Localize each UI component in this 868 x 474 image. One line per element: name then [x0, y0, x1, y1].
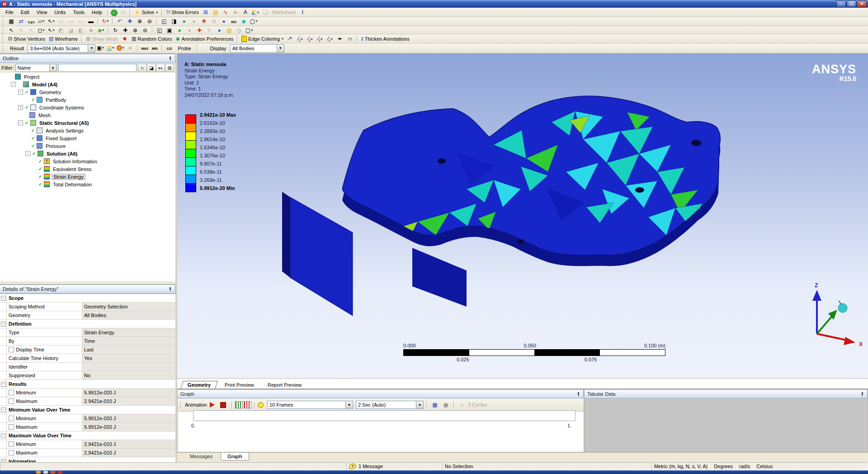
tree-expander[interactable]: − [11, 82, 16, 87]
info-icon[interactable]: i [298, 8, 307, 17]
lasso-select-dropdown-arrow[interactable]: ▾ [53, 28, 55, 32]
smooth-contour-dropdown-arrow[interactable]: ▾ [123, 46, 124, 50]
wireframe-button[interactable]: ▧ Wireframe [47, 36, 80, 42]
close-button[interactable]: ✕ [857, 0, 867, 7]
tree-expander[interactable]: − [25, 151, 30, 156]
toolbar-grip[interactable] [180, 402, 182, 408]
manage-views-icon[interactable]: ● [215, 26, 224, 34]
chart-icon[interactable]: ∿ [221, 8, 230, 17]
zoom-out-icon[interactable]: ⊖ [145, 17, 154, 25]
select-mode-dropdown[interactable]: ↖▾ [47, 17, 56, 25]
tree-item-analysis-settings[interactable]: ✓Analysis Settings [0, 127, 175, 134]
duration-dropdown[interactable]: 2 Sec (Auto)▼ [356, 401, 424, 409]
contour-bands-dropdown-arrow[interactable]: ▾ [112, 46, 114, 50]
viewport-layout-dropdown-arrow[interactable]: ▾ [255, 19, 257, 23]
pin-icon[interactable] [860, 392, 864, 396]
isometric-view-icon[interactable]: ✚ [195, 26, 204, 34]
refresh-tree-icon[interactable]: ↻ [138, 64, 147, 72]
show-vertices-button[interactable]: ⊡ Show Vertices [6, 36, 47, 42]
taskbar-icon[interactable] [36, 471, 41, 474]
tab-graph[interactable]: Graph [221, 453, 249, 460]
xyz-coords-icon[interactable]: x,y,z [27, 18, 36, 26]
triad-arrows-icon[interactable]: ✚ [199, 17, 208, 25]
named-selection-dropdown[interactable]: ▱▾ [37, 17, 46, 25]
show-errors-button[interactable]: ?/ Show Errors [164, 9, 201, 15]
taskbar-icon[interactable] [51, 471, 55, 474]
details-value[interactable]: 2.9421e-010 J [82, 397, 175, 405]
edge-direction-dropdown[interactable]: ∕▾ [286, 34, 295, 43]
diamond-icon[interactable]: ◆ [239, 17, 248, 25]
toolbar-grip[interactable] [2, 36, 5, 42]
minimize-button[interactable]: ─ [836, 0, 846, 7]
tree-item-partbody[interactable]: ✓PartBody [0, 96, 175, 104]
taskbar-icon[interactable] [43, 471, 48, 474]
dropdown-arrow[interactable]: ▼ [277, 45, 284, 52]
split-screen-dropdown-arrow[interactable]: ▾ [251, 28, 253, 32]
tag-icon[interactable]: ▤ [211, 8, 220, 17]
details-group-expander[interactable]: − [1, 433, 6, 438]
tree-item-mesh[interactable]: Mesh [0, 111, 175, 119]
display-bodies-dropdown[interactable]: All Bodies▼ [230, 44, 284, 52]
probe-icon[interactable]: 123 [165, 44, 174, 53]
details-value[interactable] [82, 363, 175, 371]
annotation-preferences-button[interactable]: ◉ Annotation Preferences [174, 36, 236, 42]
edge-style-x-dropdown[interactable]: ∕x▾ [326, 35, 335, 43]
tab-print-preview[interactable]: Print Preview [218, 381, 261, 389]
magnifier-green-icon[interactable]: ● [179, 17, 189, 25]
details-value[interactable]: 5.9912e-020 J [82, 423, 175, 431]
tags-window-icon[interactable]: ▤ [225, 26, 234, 34]
split-screen-dropdown[interactable]: ▢▾ [245, 26, 254, 34]
min-annotation-icon[interactable]: MIN [150, 44, 159, 53]
legend-dropdown-arrow[interactable]: ▾ [257, 10, 259, 14]
edge-direction-dropdown-arrow[interactable]: ▾ [290, 36, 292, 40]
details-value[interactable]: All Bodies [82, 311, 175, 319]
edge-style-3-dropdown[interactable]: ∕3▾ [316, 35, 325, 43]
toolbar-grip[interactable] [2, 19, 5, 24]
tree-item-pressure[interactable]: ✓Pressure [0, 142, 175, 150]
tab-geometry[interactable]: Geometry [180, 381, 218, 389]
flowchart-icon[interactable]: ⊷ [156, 64, 165, 72]
scale-handles-icon[interactable]: |+| [345, 34, 354, 43]
nav-history-icon[interactable]: ⇄ [17, 17, 26, 25]
generate-dropdown[interactable]: ↻▾ [101, 17, 110, 25]
update-contours-icon[interactable] [258, 402, 264, 408]
status-message-cell[interactable]: 0 1 Message [346, 462, 442, 470]
extend-selection-dropdown[interactable]: ◈▾ [96, 26, 105, 34]
menu-edit[interactable]: Edit [17, 9, 33, 15]
timeline-bar[interactable] [193, 410, 576, 421]
text-annotation-icon[interactable]: A [241, 8, 250, 17]
play-button[interactable] [210, 402, 215, 408]
toolbar-grip[interactable] [2, 27, 5, 33]
select-pointer-icon[interactable]: ↖ [7, 26, 16, 34]
collapse-tree-icon[interactable]: ◪ [147, 64, 156, 72]
lasso-select-dropdown[interactable]: ↖▾ [47, 26, 56, 34]
details-value[interactable]: 5.9912e-020 J [82, 414, 175, 422]
details-checkbox[interactable] [9, 450, 14, 455]
smooth-contour-dropdown[interactable]: ●▾ [116, 43, 125, 52]
probe-label[interactable]: Probe [174, 45, 194, 52]
tree-expander[interactable]: + [18, 105, 23, 110]
dropdown-arrow[interactable]: ▼ [416, 401, 423, 408]
extend-selection-dropdown-arrow[interactable]: ▾ [102, 28, 104, 32]
legend-dropdown[interactable]: ◧▾ [251, 8, 260, 17]
details-value[interactable]: Last [82, 346, 175, 354]
coordinate-display-icon[interactable]: ◇ [235, 26, 244, 34]
random-colors-button[interactable]: ▥ Random Colors [130, 36, 174, 42]
details-group-expander[interactable]: − [1, 296, 6, 301]
generate-dropdown-arrow[interactable]: ▾ [107, 19, 109, 23]
details-value[interactable]: 2.9421e-010 J [82, 440, 175, 448]
worksheet-table-icon[interactable]: ▦ [7, 17, 16, 25]
iso-view-icon[interactable]: ISO [229, 18, 238, 26]
interface-dots-icon[interactable]: ∷ [118, 8, 127, 17]
pin-icon[interactable] [168, 57, 172, 61]
rotate-icon[interactable]: ↻ [111, 26, 120, 34]
tree-item-coordinate-systems[interactable]: +✓Coordinate Systems [0, 104, 175, 111]
explode-icon[interactable]: ✸ [120, 34, 129, 43]
menu-help[interactable]: Help [88, 9, 106, 15]
details-value[interactable]: No [82, 371, 175, 379]
menu-view[interactable]: View [33, 9, 51, 15]
magnifier-window-icon[interactable]: ● [175, 26, 184, 34]
zoom-graph-icon[interactable]: ◎ [441, 401, 450, 409]
details-checkbox[interactable] [9, 398, 14, 404]
tree-item-project[interactable]: Project [0, 73, 175, 81]
